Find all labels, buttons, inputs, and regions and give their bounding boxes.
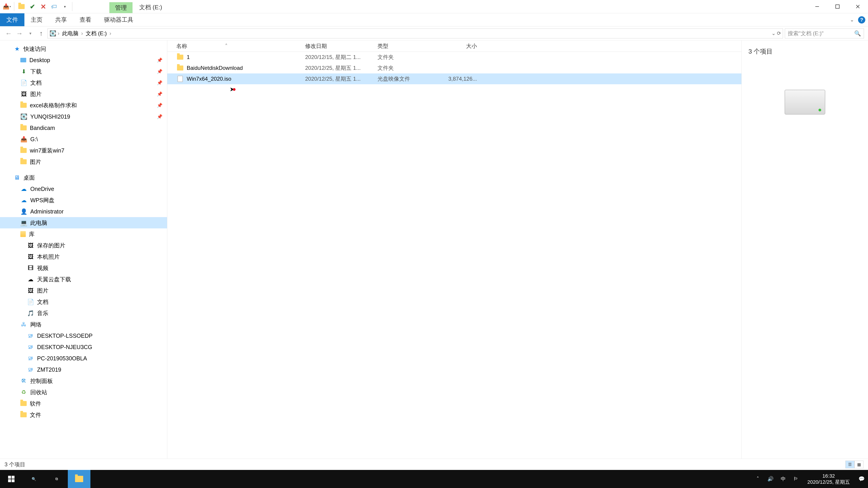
tree-qa-pictures[interactable]: 🖼图片📌 — [0, 88, 167, 100]
tree-qa-excel[interactable]: excel表格制作求和📌 — [0, 100, 167, 111]
ribbon-tab-file[interactable]: 文件 — [0, 13, 24, 26]
nav-up-button[interactable]: ↑ — [37, 29, 46, 38]
tree-network[interactable]: 🖧网络 — [0, 319, 167, 330]
qat-app-icon[interactable]: 📥▾ — [2, 2, 12, 11]
breadcrumb-thispc[interactable]: 此电脑 — [61, 29, 80, 38]
folder-icon — [176, 55, 184, 60]
search-placeholder: 搜索"文档 (E:)" — [788, 30, 824, 37]
tree-net-3[interactable]: 🖳PC-20190530OBLA — [0, 353, 167, 364]
search-icon[interactable]: 🔍 — [854, 30, 861, 37]
tray-volume-icon[interactable]: 🔊 — [766, 475, 775, 483]
breadcrumb-drive[interactable]: 文档 (E:) — [84, 29, 108, 38]
taskbar: 🔍 ⧉ ˄ 🔊 中 🏳 16:32 2020/12/25, 星期五 💬 — [0, 470, 868, 488]
file-row[interactable]: BaiduNetdiskDownload2020/12/25, 星期五 1...… — [167, 63, 741, 73]
tree-qa-win7[interactable]: win7重装win7 — [0, 145, 167, 156]
cursor-icon: ➤ — [230, 86, 235, 93]
file-list[interactable]: 名称 ˄ 修改日期 类型 大小 12020/12/15, 星期二 1...文件夹… — [167, 40, 741, 459]
navigation-tree[interactable]: ★快速访问 Desktop📌 ⬇下载📌 📄文档📌 🖼图片📌 excel表格制作求… — [0, 40, 167, 459]
tree-qa-yunqishi[interactable]: 💽YUNQISHI2019📌 — [0, 111, 167, 122]
addr-dropdown-icon[interactable]: ⌄ — [772, 31, 776, 36]
tree-files[interactable]: 文件 — [0, 409, 167, 420]
address-path[interactable]: 💽 › 此电脑 › 文档 (E:) › ⌄ ⟳ — [48, 29, 783, 38]
tree-lib-music[interactable]: 🎵音乐 — [0, 307, 167, 319]
file-row[interactable]: 12020/12/15, 星期二 1...文件夹 — [167, 52, 741, 63]
tree-qa-g[interactable]: 📥G:\ — [0, 133, 167, 145]
tray-flag-icon[interactable]: 🏳 — [792, 475, 800, 483]
col-header-size[interactable]: 大小 — [436, 42, 477, 50]
qat-customize-icon[interactable]: ▾ — [60, 2, 70, 11]
window-title: 文档 (E:) — [132, 2, 169, 13]
title-tabs: 管理 文档 (E:) — [110, 0, 169, 13]
search-input[interactable]: 搜索"文档 (E:)" 🔍 — [785, 29, 864, 38]
tree-lib-docs[interactable]: 📄文档 — [0, 296, 167, 307]
tree-wps[interactable]: ☁WPS网盘 — [0, 195, 167, 206]
tree-soft[interactable]: 软件 — [0, 398, 167, 409]
taskbar-search-button[interactable]: 🔍 — [23, 470, 45, 488]
maximize-button[interactable] — [827, 0, 848, 13]
refresh-icon[interactable]: ⟳ — [777, 31, 781, 36]
col-header-date[interactable]: 修改日期 — [305, 42, 377, 50]
ribbon-tab-home[interactable]: 主页 — [24, 13, 49, 26]
view-icons-button[interactable]: ▦ — [855, 461, 864, 468]
window-controls — [807, 0, 868, 13]
chevron-right-icon[interactable]: › — [109, 30, 112, 37]
preview-title: 3 个项目 — [748, 47, 773, 56]
tree-quick-access[interactable]: ★快速访问 — [0, 43, 167, 55]
tray-clock[interactable]: 16:32 2020/12/25, 星期五 — [804, 473, 853, 485]
tree-qa-pictures2[interactable]: 图片 — [0, 156, 167, 167]
nav-forward-button[interactable]: → — [15, 29, 24, 38]
tree-lib-camera[interactable]: 🖼本机照片 — [0, 251, 167, 262]
minimize-button[interactable] — [807, 0, 827, 13]
chevron-right-icon[interactable]: › — [81, 30, 84, 37]
tree-net-4[interactable]: 🖳ZMT2019 — [0, 364, 167, 375]
nav-recent-button[interactable]: ▾ — [26, 29, 35, 38]
tree-qa-bandicam[interactable]: Bandicam — [0, 122, 167, 133]
tree-desktop-root[interactable]: 🖥桌面 — [0, 172, 167, 183]
tree-lib-saved[interactable]: 🖼保存的图片 — [0, 240, 167, 251]
nav-back-button[interactable]: ← — [4, 29, 13, 38]
task-view-button[interactable]: ⧉ — [45, 470, 68, 488]
tree-recycle-bin[interactable]: ♻回收站 — [0, 387, 167, 398]
tray-time: 16:32 — [807, 473, 850, 479]
col-header-type[interactable]: 类型 — [377, 42, 436, 50]
action-center-icon[interactable]: 💬 — [857, 475, 866, 483]
ribbon-tab-share[interactable]: 共享 — [49, 13, 73, 26]
start-button[interactable] — [0, 470, 23, 488]
qat-properties-icon[interactable]: 🏷 — [49, 2, 59, 11]
chevron-right-icon[interactable]: › — [57, 30, 60, 37]
ribbon: 文件 主页 共享 查看 驱动器工具 ⌄ ? — [0, 13, 868, 26]
file-row[interactable]: Win7x64_2020.iso2020/12/25, 星期五 1...光盘映像… — [167, 73, 741, 84]
drive-icon: 💽 — [50, 30, 56, 37]
tree-libraries[interactable]: 库 — [0, 228, 167, 240]
pin-icon: 📌 — [157, 91, 162, 97]
ribbon-tab-drive-tools[interactable]: 驱动器工具 — [98, 13, 140, 26]
tree-control-panel[interactable]: 🛠控制面板 — [0, 375, 167, 387]
tree-qa-desktop[interactable]: Desktop📌 — [0, 55, 167, 66]
ribbon-tab-view[interactable]: 查看 — [73, 13, 98, 26]
file-type: 文件夹 — [377, 54, 436, 61]
file-type: 文件夹 — [377, 64, 436, 72]
tree-admin[interactable]: 👤Administrator — [0, 206, 167, 217]
tree-qa-documents[interactable]: 📄文档📌 — [0, 77, 167, 88]
tree-thispc[interactable]: 💻此电脑 — [0, 217, 167, 228]
tree-lib-videos[interactable]: 🎞视频 — [0, 262, 167, 273]
tree-net-1[interactable]: 🖳DESKTOP-LSSOEDP — [0, 330, 167, 341]
tree-lib-tianyi[interactable]: ☁天翼云盘下载 — [0, 273, 167, 285]
qat-new-folder-icon[interactable] — [17, 2, 26, 11]
view-details-button[interactable]: ☰ — [845, 461, 855, 468]
tree-net-2[interactable]: 🖳DESKTOP-NJEU3CG — [0, 341, 167, 353]
ribbon-expand-icon[interactable]: ⌄ — [848, 15, 856, 25]
help-icon[interactable]: ? — [858, 16, 865, 24]
taskbar-explorer-button[interactable] — [68, 470, 90, 488]
tree-qa-downloads[interactable]: ⬇下载📌 — [0, 66, 167, 77]
close-button[interactable] — [848, 0, 868, 13]
col-header-name[interactable]: 名称 ˄ — [176, 42, 305, 50]
file-name: 1 — [187, 54, 305, 60]
tree-onedrive[interactable]: ☁OneDrive — [0, 183, 167, 195]
qat-check-icon[interactable]: ✔ — [27, 2, 37, 11]
tray-chevron-up-icon[interactable]: ˄ — [754, 475, 762, 483]
tree-lib-pictures[interactable]: 🖼图片 — [0, 285, 167, 296]
tray-ime-icon[interactable]: 中 — [779, 475, 787, 483]
qat-delete-icon[interactable]: ✕ — [38, 2, 48, 11]
ribbon-context-tab[interactable]: 管理 — [110, 2, 132, 13]
